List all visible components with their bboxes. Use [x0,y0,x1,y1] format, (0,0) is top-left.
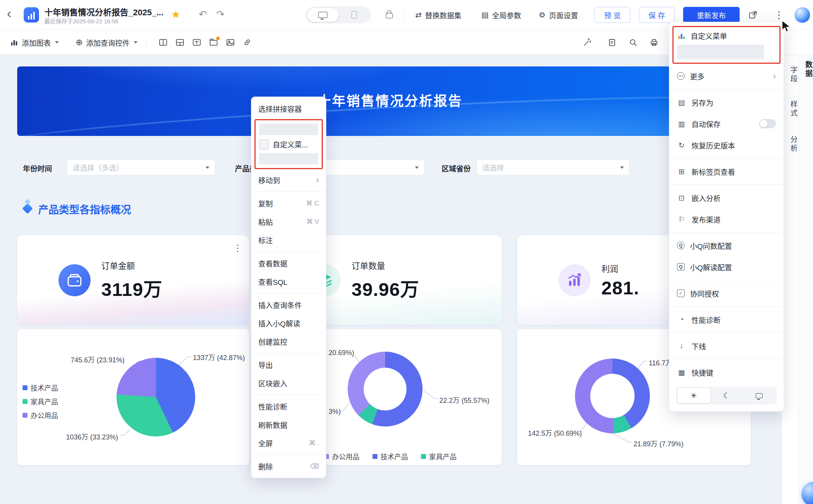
tab-field[interactable]: 字段 [782,66,798,84]
printer-icon[interactable] [646,35,662,50]
link-icon[interactable] [239,35,256,50]
image-icon[interactable] [222,35,239,50]
more-menu-item[interactable]: ▥自动保存 [669,113,784,134]
custom-menu-item[interactable]: 自定义菜单 [677,31,776,41]
theme-light-button[interactable]: ☀ [677,388,710,403]
context-menu-item[interactable]: 全屏⌘ . [251,434,326,452]
context-menu-item[interactable]: 导出 [251,355,326,374]
donut-callout: 142.5万 (50.69%) [528,428,582,438]
profit-chart-icon [559,264,591,296]
context-menu-item[interactable]: 复制⌘ C [251,194,326,212]
app-logo-icon [24,7,39,23]
tab-style[interactable]: 样式 [782,100,798,118]
page-settings-button[interactable]: ⚙ 页面设置 [539,0,578,30]
more-options-kebab-icon[interactable]: ⋮ [774,10,784,20]
pie-chart[interactable] [117,358,195,436]
pie-chart-card[interactable]: 技术产品 家具产品 办公用品 745.6万 (23.91%) 1337万 (42… [17,329,249,465]
context-menu-item[interactable]: 区块嵌入 [251,374,326,392]
add-query-control-button[interactable]: ⊕ 添加查询控件 [76,37,138,48]
assistant-avatar[interactable] [795,7,810,23]
context-menu-item[interactable]: 创建监控 [251,332,326,351]
context-menu-item[interactable]: 选择拼接容器 [251,99,326,118]
last-saved-text: 最近保存于2025-08-22 16:58 [44,17,118,25]
theme-auto-button[interactable] [743,388,776,403]
search-icon[interactable] [625,35,641,50]
tab-data[interactable]: 数据 [799,61,813,78]
split-layout-icon[interactable] [155,35,172,50]
clipboard-icon[interactable] [604,35,620,50]
replace-dataset-button[interactable]: ⇄ 替换数据集 [415,0,462,30]
filter-year-select[interactable]: 请选择（多选） [67,160,215,175]
more-menu-item[interactable]: ▦快捷键 [669,362,784,383]
more-menu-item[interactable]: ↓下线 [669,335,784,357]
magic-wand-icon[interactable] [579,35,596,50]
auto-save-toggle[interactable] [759,119,776,128]
tab-container-icon[interactable] [205,35,222,50]
context-menu-item[interactable]: 粘贴⌘ V [251,212,326,231]
theme-switcher: ☀ ☾ [676,387,777,404]
legend-item[interactable]: 技术产品 [372,451,408,461]
context-menu-item[interactable]: 插入小Q解读 [251,314,326,332]
mobile-view-button[interactable] [338,8,370,22]
chevron-right-icon: › [316,175,319,184]
card-menu-kebab-icon[interactable]: ⋮ [233,244,242,253]
donut-chart[interactable] [575,359,650,433]
context-menu-item[interactable]: 查看SQL [251,272,326,291]
metric-label: 利润 [601,262,639,274]
global-params-button[interactable]: ▤ 全局参数 [481,0,521,30]
mini-chart-icon [677,31,686,40]
metric-card-order-amount[interactable]: ⋮ 订单金额 3119万 [17,235,249,325]
metric-value: 3119万 [101,274,162,301]
legend-item[interactable]: 家具产品 [421,451,457,461]
desktop-view-button[interactable] [307,8,338,22]
metric-value: 39.96万 [351,274,419,301]
filter-region-select[interactable]: 请选择 [476,160,630,175]
context-menu: 选择拼接容器 自定义菜... 移动到› 复制⌘ C 粘贴⌘ V 标注 查看数据 … [251,97,326,478]
more-menu-item[interactable]: Q小Q解读配置 [669,256,784,278]
legend-item[interactable]: 办公用品 [23,410,58,420]
more-menu-item[interactable]: ◔性能诊断 [669,309,784,330]
filter-region-placeholder: 请选择 [482,162,504,173]
save-button[interactable]: 保 存 [639,7,675,23]
legend-item[interactable]: 技术产品 [23,383,58,393]
favorite-star-icon[interactable]: ★ [171,8,180,21]
custom-menu-item[interactable]: 自定义菜... [259,139,318,149]
theme-dark-button[interactable]: ☾ [710,388,743,403]
back-button[interactable]: ‹ [7,5,11,22]
more-menu-item[interactable]: ↻恢复历史版本 [669,134,784,156]
highlight-box: 自定义菜... [254,119,323,169]
donut-chart[interactable] [348,352,423,426]
gear-icon: ⚙ [539,10,546,19]
notification-badge [216,36,220,40]
text-icon[interactable] [188,35,205,50]
context-menu-item[interactable]: 查看数据 [251,254,326,272]
more-menu-item[interactable]: ⋯更多› [669,65,784,87]
context-menu-item[interactable]: 插入查询条件 [251,296,326,314]
redo-icon[interactable]: ↷ [216,8,225,20]
legend-item[interactable]: 家具产品 [23,396,58,406]
more-menu-item[interactable]: ⊡嵌入分析 [669,187,784,208]
grid-layout-icon[interactable] [172,35,188,50]
add-chart-button[interactable]: 添加图表 [10,37,59,48]
lock-icon[interactable] [386,13,393,18]
context-menu-item[interactable]: 刷新数据 [251,415,326,434]
context-menu-item[interactable]: 性能诊断 [251,397,326,415]
context-menu-item-delete[interactable]: 删除⌫ [251,457,326,475]
context-menu-item[interactable]: 移动到› [251,171,326,189]
share-export-icon[interactable] [748,10,758,21]
undo-icon[interactable]: ↶ [199,8,207,20]
context-menu-item[interactable]: 标注 [251,231,326,249]
preview-button[interactable]: 预 览 [594,7,630,23]
legend-item[interactable]: 办公用品 [324,451,360,461]
more-menu-item[interactable]: Q小Q问数配置 [669,235,784,256]
new-tab-icon: ⊞ [677,167,686,176]
moon-icon: ☾ [723,391,730,400]
add-query-control-label: 添加查询控件 [86,37,130,48]
more-menu-item[interactable]: ⊞新标签页查看 [669,161,784,182]
more-menu-item[interactable]: ▤另存为 [669,92,784,113]
document-title: 十年销售情况分析报告_2025_... [44,5,170,18]
more-menu-item[interactable]: ⚐发布渠道 [669,208,784,230]
more-menu-item[interactable]: ✓协同授权 [669,283,784,304]
tab-analysis[interactable]: 分析 [782,136,798,153]
republish-button[interactable]: 重新发布 [683,7,740,23]
